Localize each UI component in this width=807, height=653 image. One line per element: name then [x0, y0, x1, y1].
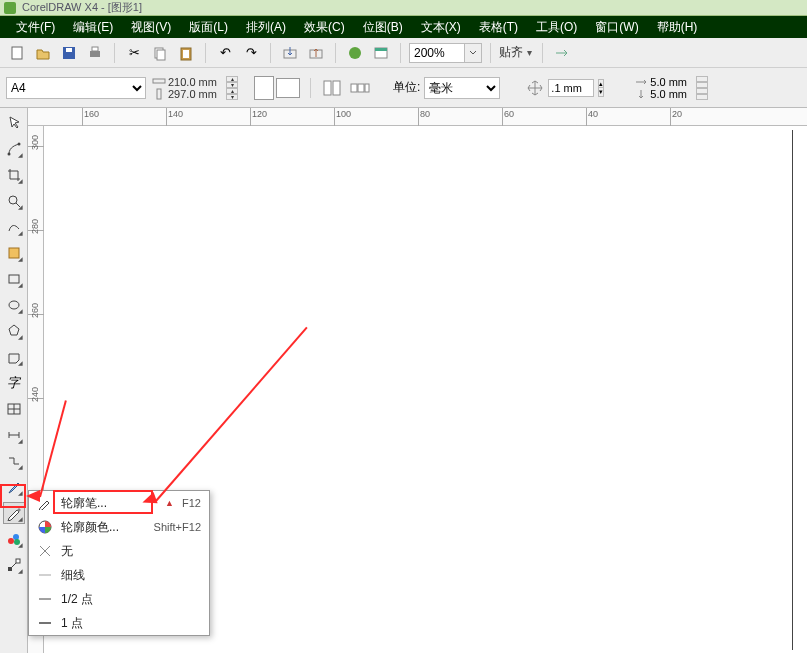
flyout-item-one-pt[interactable]: 1 点: [29, 611, 209, 635]
save-button[interactable]: [58, 42, 80, 64]
dup-y-spinner[interactable]: [696, 88, 708, 100]
menu-edit[interactable]: 编辑(E): [65, 17, 121, 38]
outline-tool[interactable]: ◢: [3, 502, 25, 524]
dup-x-spinner[interactable]: [696, 76, 708, 88]
eyedropper-tool[interactable]: ◢: [3, 476, 25, 498]
paper-size-select[interactable]: A4: [6, 77, 146, 99]
polygon-tool[interactable]: ◢: [3, 320, 25, 342]
menu-window[interactable]: 窗口(W): [587, 17, 646, 38]
svg-rect-6: [157, 50, 165, 60]
import-button[interactable]: [279, 42, 301, 64]
table-tool[interactable]: [3, 398, 25, 420]
dup-x-value[interactable]: 5.0 mm: [650, 76, 694, 88]
svg-rect-17: [333, 81, 340, 95]
svg-rect-3: [90, 51, 100, 57]
app-launch-button[interactable]: [344, 42, 366, 64]
menu-table[interactable]: 表格(T): [471, 17, 526, 38]
copy-button[interactable]: [149, 42, 171, 64]
svg-rect-20: [365, 84, 369, 92]
svg-point-22: [17, 143, 20, 146]
menu-view[interactable]: 视图(V): [123, 17, 179, 38]
document-title: CorelDRAW X4 - [图形1]: [22, 0, 142, 15]
print-button[interactable]: [84, 42, 106, 64]
paper-size-combo[interactable]: A4: [6, 77, 146, 99]
menu-effects[interactable]: 效果(C): [296, 17, 353, 38]
undo-button[interactable]: ↶: [214, 42, 236, 64]
svg-rect-5: [155, 48, 163, 58]
freehand-tool[interactable]: ◢: [3, 216, 25, 238]
outline-flyout-menu: 轮廓笔... ▲ F12 轮廓颜色... Shift+F12 无 细线 1/2 …: [28, 490, 210, 636]
dup-y-value[interactable]: 5.0 mm: [650, 88, 694, 100]
unit-group: 单位: 毫米: [393, 77, 500, 99]
text-tool[interactable]: 字: [3, 372, 25, 394]
svg-rect-0: [12, 47, 22, 59]
pick-tool[interactable]: [3, 112, 25, 134]
fill-tool[interactable]: ◢: [3, 528, 25, 550]
menu-arrange[interactable]: 排列(A): [238, 17, 294, 38]
facing-pages-button[interactable]: [321, 77, 343, 99]
export-button[interactable]: [305, 42, 327, 64]
flyout-item-none[interactable]: 无: [29, 539, 209, 563]
page-sort-button[interactable]: [349, 77, 371, 99]
toolbox: ◢ ◢ ◢ ◢ ◢ ◢ ◢ ◢ ◢ 字 ◢ ◢ ◢ ◢ ◢ ◢: [0, 108, 28, 653]
menu-tools[interactable]: 工具(O): [528, 17, 585, 38]
page-height-value[interactable]: 297.0 mm: [168, 88, 224, 100]
svg-rect-12: [375, 48, 387, 58]
zoom-combo[interactable]: [409, 43, 482, 63]
svg-rect-14: [153, 79, 165, 83]
page-dimensions: 210.0 mm ▴▾ 297.0 mm ▴▾: [152, 76, 238, 100]
flyout-item-outline-color[interactable]: 轮廓颜色... Shift+F12: [29, 515, 209, 539]
open-button[interactable]: [32, 42, 54, 64]
nudge-value[interactable]: [548, 79, 594, 97]
zoom-dropdown-button[interactable]: [465, 43, 482, 63]
hairline-icon: [37, 567, 53, 583]
page-width-spinner[interactable]: ▴▾: [226, 76, 238, 88]
crop-tool[interactable]: ◢: [3, 164, 25, 186]
redo-button[interactable]: ↷: [240, 42, 262, 64]
welcome-button[interactable]: [370, 42, 392, 64]
nudge-spinner[interactable]: ▴▾: [598, 79, 604, 97]
svg-rect-4: [92, 47, 98, 51]
cut-button[interactable]: ✂: [123, 42, 145, 64]
rectangle-tool[interactable]: ◢: [3, 268, 25, 290]
menu-bitmap[interactable]: 位图(B): [355, 17, 411, 38]
flyout-item-half-pt[interactable]: 1/2 点: [29, 587, 209, 611]
svg-rect-16: [324, 81, 331, 95]
svg-rect-19: [358, 84, 364, 92]
menu-file[interactable]: 文件(F): [8, 17, 63, 38]
menu-text[interactable]: 文本(X): [413, 17, 469, 38]
annotation-arrow-head-1: [26, 490, 40, 502]
options-icon[interactable]: [553, 45, 569, 61]
page-height-spinner[interactable]: ▴▾: [226, 88, 238, 100]
connector-tool[interactable]: ◢: [3, 450, 25, 472]
new-button[interactable]: [6, 42, 28, 64]
workspace: ◢ ◢ ◢ ◢ ◢ ◢ ◢ ◢ ◢ 字 ◢ ◢ ◢ ◢ ◢ ◢ 160 140 …: [0, 108, 807, 653]
color-wheel-icon: [37, 519, 53, 535]
zoom-input[interactable]: [409, 43, 465, 63]
nudge-group: ▴▾: [526, 79, 604, 97]
shape-tool[interactable]: ◢: [3, 138, 25, 160]
menu-help[interactable]: 帮助(H): [649, 17, 706, 38]
zoom-tool[interactable]: ◢: [3, 190, 25, 212]
basic-shapes-tool[interactable]: ◢: [3, 346, 25, 368]
svg-rect-31: [8, 567, 12, 571]
portrait-button[interactable]: [254, 76, 274, 100]
flyout-item-outline-pen[interactable]: 轮廓笔... ▲ F12: [29, 491, 209, 515]
interactive-fill-tool[interactable]: ◢: [3, 554, 25, 576]
ellipse-tool[interactable]: ◢: [3, 294, 25, 316]
menu-layout[interactable]: 版面(L): [181, 17, 236, 38]
smart-fill-tool[interactable]: ◢: [3, 242, 25, 264]
unit-select[interactable]: 毫米: [424, 77, 500, 99]
height-icon: [152, 88, 166, 100]
page-border: [792, 130, 793, 650]
horizontal-ruler[interactable]: 160 140 120 100 80 60 40 20: [28, 108, 807, 126]
half-pt-icon: [37, 591, 53, 607]
orientation-group: [254, 76, 300, 100]
paste-button[interactable]: [175, 42, 197, 64]
page-width-value[interactable]: 210.0 mm: [168, 76, 224, 88]
dimension-tool[interactable]: ◢: [3, 424, 25, 446]
flyout-item-hairline[interactable]: 细线: [29, 563, 209, 587]
landscape-button[interactable]: [276, 78, 300, 98]
snap-control[interactable]: 贴齐 ▾: [499, 43, 569, 63]
svg-rect-15: [157, 89, 161, 99]
